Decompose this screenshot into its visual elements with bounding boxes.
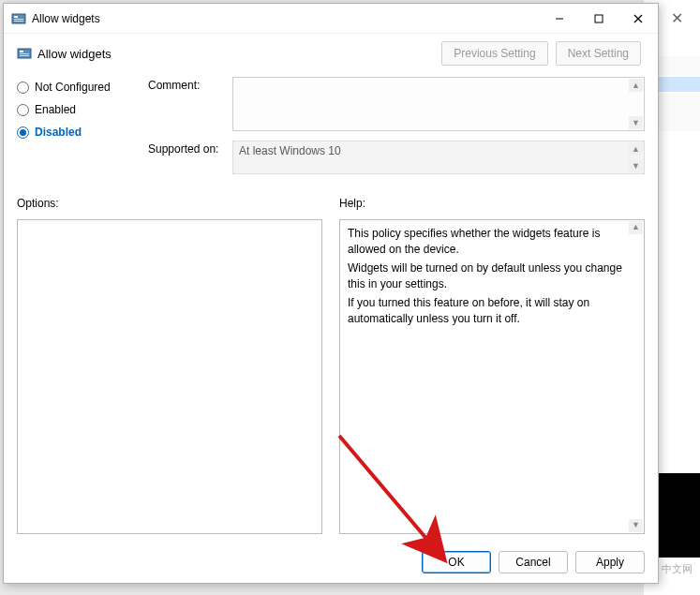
- options-box[interactable]: [17, 219, 322, 534]
- svg-rect-1: [14, 16, 18, 18]
- help-text-1: This policy specifies whether the widget…: [348, 226, 627, 259]
- cancel-button[interactable]: Cancel: [499, 551, 568, 573]
- next-setting-button[interactable]: Next Setting: [556, 41, 641, 66]
- supported-on-value: At least Windows 10 ▲ ▼: [232, 141, 645, 174]
- state-radio-group: Not Configured Enabled Disabled: [17, 77, 139, 184]
- svg-rect-9: [20, 51, 23, 52]
- scroll-up-icon[interactable]: ▲: [629, 142, 643, 156]
- help-box: This policy specifies whether the widget…: [339, 219, 645, 534]
- policy-icon: [17, 46, 32, 61]
- comment-label: Comment:: [148, 77, 225, 131]
- svg-rect-2: [14, 19, 23, 20]
- close-button[interactable]: [618, 5, 658, 33]
- minimize-button[interactable]: [540, 5, 579, 33]
- help-text-2: Widgets will be turned on by default unl…: [348, 260, 627, 293]
- dialog-footer: OK Cancel Apply: [4, 543, 658, 583]
- window-title: Allow widgets: [32, 12, 540, 25]
- maximize-button[interactable]: [579, 5, 618, 33]
- svg-rect-5: [595, 15, 603, 22]
- scroll-down-icon[interactable]: ▼: [629, 116, 643, 129]
- titlebar[interactable]: Allow widgets: [4, 4, 658, 34]
- app-icon: [11, 11, 26, 26]
- ok-button[interactable]: OK: [422, 551, 491, 573]
- svg-rect-11: [20, 55, 29, 56]
- scroll-down-icon[interactable]: ▼: [629, 159, 643, 172]
- svg-rect-3: [14, 21, 23, 22]
- policy-name: Allow widgets: [37, 47, 441, 61]
- scroll-up-icon[interactable]: ▲: [629, 79, 643, 92]
- radio-disabled[interactable]: Disabled: [17, 126, 139, 139]
- apply-button[interactable]: Apply: [575, 551, 645, 573]
- radio-not-configured[interactable]: Not Configured: [17, 81, 139, 94]
- radio-label: Not Configured: [35, 81, 111, 94]
- scroll-up-icon[interactable]: ▲: [629, 221, 643, 234]
- svg-rect-10: [20, 53, 29, 54]
- radio-icon: [17, 82, 29, 94]
- scroll-down-icon[interactable]: ▼: [629, 519, 643, 532]
- radio-label: Enabled: [35, 103, 76, 116]
- radio-enabled[interactable]: Enabled: [17, 103, 139, 116]
- radio-icon: [17, 126, 29, 139]
- radio-icon: [17, 104, 29, 116]
- options-label: Options:: [17, 197, 322, 210]
- background-close-icon: ✕: [671, 9, 683, 27]
- policy-dialog: Allow widgets Allow widgets Previous Set…: [3, 3, 659, 584]
- radio-label: Disabled: [35, 126, 82, 139]
- help-label: Help:: [339, 197, 645, 210]
- help-text-3: If you turned this feature on before, it…: [348, 295, 627, 328]
- previous-setting-button[interactable]: Previous Setting: [441, 41, 547, 66]
- supported-on-label: Supported on:: [148, 141, 225, 174]
- comment-input[interactable]: ▲ ▼: [232, 77, 645, 131]
